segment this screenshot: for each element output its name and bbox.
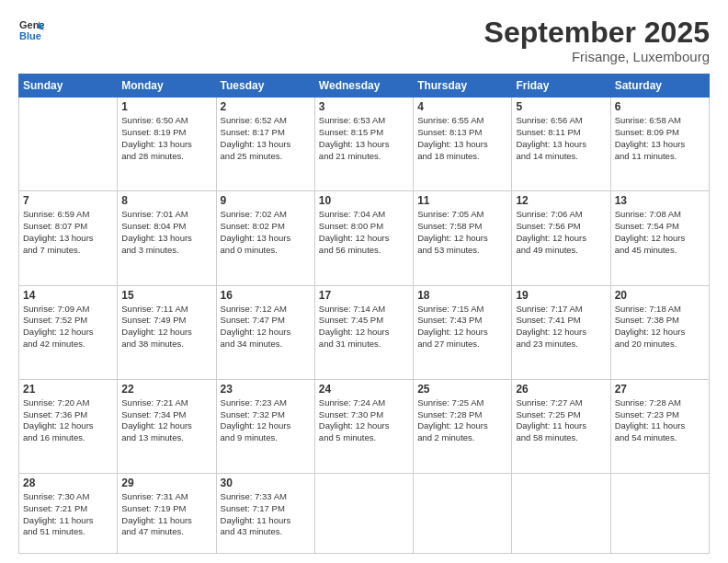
- day-cell: 6Sunrise: 6:58 AM Sunset: 8:09 PM Daylig…: [610, 98, 709, 191]
- day-info: Sunrise: 7:18 AM Sunset: 7:38 PM Dayligh…: [615, 304, 705, 350]
- day-cell: [512, 473, 610, 553]
- day-cell: 13Sunrise: 7:08 AM Sunset: 7:54 PM Dayli…: [610, 191, 709, 285]
- day-number: 18: [417, 289, 507, 302]
- day-number: 25: [417, 383, 507, 396]
- day-cell: 2Sunrise: 6:52 AM Sunset: 8:17 PM Daylig…: [216, 98, 314, 191]
- day-number: 16: [221, 289, 311, 302]
- header-row: SundayMondayTuesdayWednesdayThursdayFrid…: [19, 75, 710, 98]
- day-info: Sunrise: 7:24 AM Sunset: 7:30 PM Dayligh…: [319, 397, 409, 444]
- day-cell: 7Sunrise: 6:59 AM Sunset: 8:07 PM Daylig…: [19, 191, 118, 285]
- day-cell: 18Sunrise: 7:15 AM Sunset: 7:43 PM Dayli…: [414, 285, 512, 379]
- day-cell: 24Sunrise: 7:24 AM Sunset: 7:30 PM Dayli…: [314, 379, 413, 473]
- day-cell: [414, 473, 512, 553]
- col-header-sunday: Sunday: [19, 75, 118, 98]
- day-cell: [19, 98, 118, 191]
- day-info: Sunrise: 7:09 AM Sunset: 7:52 PM Dayligh…: [23, 304, 113, 350]
- day-cell: 30Sunrise: 7:33 AM Sunset: 7:17 PM Dayli…: [216, 473, 314, 553]
- week-row-5: 28Sunrise: 7:30 AM Sunset: 7:21 PM Dayli…: [19, 473, 710, 553]
- day-cell: 3Sunrise: 6:53 AM Sunset: 8:15 PM Daylig…: [314, 98, 413, 191]
- calendar-table: SundayMondayTuesdayWednesdayThursdayFrid…: [18, 74, 710, 554]
- day-info: Sunrise: 7:33 AM Sunset: 7:17 PM Dayligh…: [221, 491, 311, 538]
- title-block: September 2025 Frisange, Luxembourg: [484, 17, 710, 64]
- day-info: Sunrise: 7:08 AM Sunset: 7:54 PM Dayligh…: [615, 209, 705, 256]
- day-number: 6: [615, 100, 705, 113]
- day-cell: 5Sunrise: 6:56 AM Sunset: 8:11 PM Daylig…: [512, 98, 610, 191]
- day-number: 11: [417, 194, 507, 207]
- day-number: 30: [221, 477, 311, 489]
- day-info: Sunrise: 7:20 AM Sunset: 7:36 PM Dayligh…: [23, 397, 113, 444]
- day-info: Sunrise: 6:56 AM Sunset: 8:11 PM Dayligh…: [516, 115, 606, 162]
- day-number: 24: [319, 383, 409, 396]
- day-info: Sunrise: 6:53 AM Sunset: 8:15 PM Dayligh…: [319, 115, 409, 162]
- day-info: Sunrise: 7:04 AM Sunset: 8:00 PM Dayligh…: [319, 209, 409, 256]
- day-info: Sunrise: 7:05 AM Sunset: 7:58 PM Dayligh…: [417, 209, 507, 256]
- day-cell: [314, 473, 413, 553]
- day-number: 26: [516, 383, 606, 396]
- day-cell: 23Sunrise: 7:23 AM Sunset: 7:32 PM Dayli…: [216, 379, 314, 473]
- day-number: 2: [221, 100, 311, 113]
- day-number: 22: [121, 383, 211, 396]
- day-number: 17: [319, 289, 409, 302]
- day-info: Sunrise: 6:58 AM Sunset: 8:09 PM Dayligh…: [615, 115, 705, 162]
- day-info: Sunrise: 7:01 AM Sunset: 8:04 PM Dayligh…: [121, 209, 211, 256]
- day-cell: 8Sunrise: 7:01 AM Sunset: 8:04 PM Daylig…: [118, 191, 216, 285]
- day-number: 10: [319, 194, 409, 207]
- location: Frisange, Luxembourg: [484, 49, 710, 64]
- day-number: 27: [615, 383, 705, 396]
- logo-icon: General Blue: [18, 17, 44, 42]
- day-cell: 12Sunrise: 7:06 AM Sunset: 7:56 PM Dayli…: [512, 191, 610, 285]
- day-info: Sunrise: 6:59 AM Sunset: 8:07 PM Dayligh…: [23, 209, 113, 256]
- day-info: Sunrise: 6:50 AM Sunset: 8:19 PM Dayligh…: [121, 115, 211, 162]
- col-header-wednesday: Wednesday: [314, 75, 413, 98]
- day-cell: 15Sunrise: 7:11 AM Sunset: 7:49 PM Dayli…: [118, 285, 216, 379]
- day-cell: 21Sunrise: 7:20 AM Sunset: 7:36 PM Dayli…: [19, 379, 118, 473]
- col-header-saturday: Saturday: [610, 75, 709, 98]
- day-info: Sunrise: 7:25 AM Sunset: 7:28 PM Dayligh…: [417, 397, 507, 444]
- day-number: 12: [516, 194, 606, 207]
- day-info: Sunrise: 7:12 AM Sunset: 7:47 PM Dayligh…: [221, 304, 311, 350]
- day-cell: 4Sunrise: 6:55 AM Sunset: 8:13 PM Daylig…: [414, 98, 512, 191]
- day-number: 20: [615, 289, 705, 302]
- day-number: 14: [23, 289, 113, 302]
- day-cell: 1Sunrise: 6:50 AM Sunset: 8:19 PM Daylig…: [118, 98, 216, 191]
- day-number: 13: [615, 194, 705, 207]
- day-info: Sunrise: 7:31 AM Sunset: 7:19 PM Dayligh…: [121, 491, 211, 538]
- day-cell: 11Sunrise: 7:05 AM Sunset: 7:58 PM Dayli…: [414, 191, 512, 285]
- week-row-3: 14Sunrise: 7:09 AM Sunset: 7:52 PM Dayli…: [19, 285, 710, 379]
- col-header-friday: Friday: [512, 75, 610, 98]
- svg-text:Blue: Blue: [19, 30, 41, 41]
- day-info: Sunrise: 7:11 AM Sunset: 7:49 PM Dayligh…: [121, 304, 211, 350]
- week-row-2: 7Sunrise: 6:59 AM Sunset: 8:07 PM Daylig…: [19, 191, 710, 285]
- day-info: Sunrise: 7:15 AM Sunset: 7:43 PM Dayligh…: [417, 304, 507, 350]
- col-header-monday: Monday: [118, 75, 216, 98]
- day-number: 3: [319, 100, 409, 113]
- day-number: 7: [23, 194, 113, 207]
- day-number: 28: [23, 477, 113, 489]
- day-cell: 26Sunrise: 7:27 AM Sunset: 7:25 PM Dayli…: [512, 379, 610, 473]
- day-cell: 9Sunrise: 7:02 AM Sunset: 8:02 PM Daylig…: [216, 191, 314, 285]
- day-cell: 28Sunrise: 7:30 AM Sunset: 7:21 PM Dayli…: [19, 473, 118, 553]
- week-row-4: 21Sunrise: 7:20 AM Sunset: 7:36 PM Dayli…: [19, 379, 710, 473]
- day-number: 21: [23, 383, 113, 396]
- day-number: 5: [516, 100, 606, 113]
- day-info: Sunrise: 6:52 AM Sunset: 8:17 PM Dayligh…: [221, 115, 311, 162]
- day-cell: 29Sunrise: 7:31 AM Sunset: 7:19 PM Dayli…: [118, 473, 216, 553]
- week-row-1: 1Sunrise: 6:50 AM Sunset: 8:19 PM Daylig…: [19, 98, 710, 191]
- day-number: 15: [121, 289, 211, 302]
- day-info: Sunrise: 7:02 AM Sunset: 8:02 PM Dayligh…: [221, 209, 311, 256]
- day-number: 9: [221, 194, 311, 207]
- day-number: 29: [121, 477, 211, 489]
- col-header-tuesday: Tuesday: [216, 75, 314, 98]
- day-cell: 22Sunrise: 7:21 AM Sunset: 7:34 PM Dayli…: [118, 379, 216, 473]
- day-number: 4: [417, 100, 507, 113]
- calendar-page: General Blue September 2025 Frisange, Lu…: [0, 0, 728, 563]
- day-info: Sunrise: 7:27 AM Sunset: 7:25 PM Dayligh…: [516, 397, 606, 444]
- day-cell: 10Sunrise: 7:04 AM Sunset: 8:00 PM Dayli…: [314, 191, 413, 285]
- logo: General Blue: [18, 17, 44, 42]
- day-cell: 20Sunrise: 7:18 AM Sunset: 7:38 PM Dayli…: [610, 285, 709, 379]
- day-info: Sunrise: 7:06 AM Sunset: 7:56 PM Dayligh…: [516, 209, 606, 256]
- day-number: 1: [121, 100, 211, 113]
- day-cell: 14Sunrise: 7:09 AM Sunset: 7:52 PM Dayli…: [19, 285, 118, 379]
- day-info: Sunrise: 7:28 AM Sunset: 7:23 PM Dayligh…: [615, 397, 705, 444]
- col-header-thursday: Thursday: [414, 75, 512, 98]
